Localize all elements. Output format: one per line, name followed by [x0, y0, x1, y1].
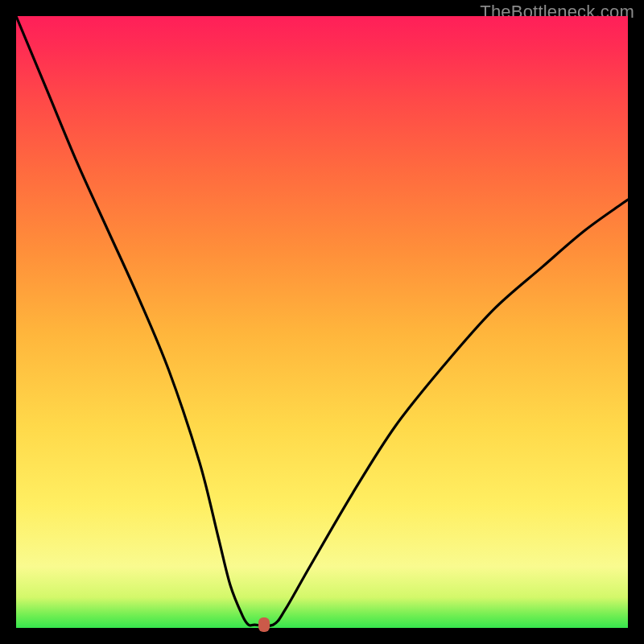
curve-svg	[16, 16, 628, 628]
plot-area	[16, 16, 628, 628]
optimal-point-marker	[258, 617, 270, 632]
bottleneck-curve	[16, 16, 628, 626]
chart-frame: TheBottleneck.com	[0, 0, 644, 644]
